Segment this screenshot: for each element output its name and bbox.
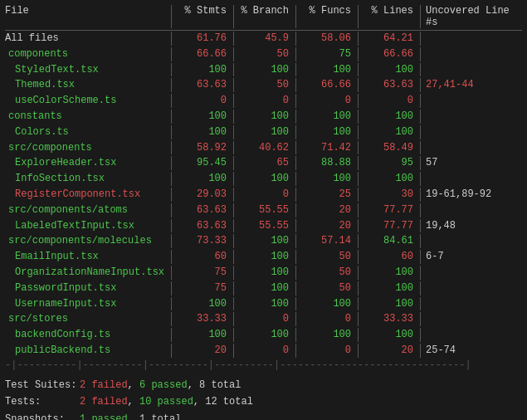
- row-uncovered: 19,48: [420, 219, 522, 233]
- row-funcs: 20: [295, 203, 358, 217]
- row-file: InfoSection.tsx: [5, 172, 171, 186]
- table-row: EmailInput.tsx6010050606-7: [5, 249, 522, 265]
- row-stmts: 63.63: [171, 78, 233, 92]
- row-lines: 100: [358, 266, 420, 280]
- row-branch: 40.62: [233, 141, 295, 155]
- row-lines: 100: [358, 63, 420, 77]
- row-lines: 30: [358, 188, 420, 202]
- table-header: File % Stmts % Branch % Funcs % Lines Un…: [5, 3, 522, 31]
- row-funcs: 100: [295, 297, 358, 311]
- table-row: Themed.tsx63.635066.6663.6327,41-44: [5, 77, 522, 93]
- row-stmts: 100: [171, 172, 233, 186]
- row-branch: 100: [233, 250, 295, 264]
- table-row: All files61.7645.958.0664.21: [5, 31, 522, 46]
- row-stmts: 73.33: [171, 234, 233, 248]
- row-funcs: 50: [295, 281, 358, 295]
- row-lines: 95: [358, 156, 420, 170]
- table-row: constants100100100100: [5, 109, 522, 125]
- table-body: All files61.7645.958.0664.21components66…: [5, 31, 522, 359]
- table-row: src/stores33.330033.33: [5, 311, 522, 327]
- table-row: LabeledTextInput.tsx63.6355.552077.7719,…: [5, 218, 522, 234]
- row-branch: 0: [233, 94, 295, 108]
- table-row: InfoSection.tsx100100100100: [5, 171, 522, 187]
- table-row: backendConfig.ts100100100100: [5, 327, 522, 343]
- row-stmts: 29.03: [171, 188, 233, 202]
- coverage-table: File % Stmts % Branch % Funcs % Lines Un…: [5, 3, 522, 372]
- row-lines: 100: [358, 297, 420, 311]
- row-file: src/components/molecules: [5, 234, 171, 248]
- table-row: components66.66507566.66: [5, 46, 522, 62]
- table-row: OrganizationNameInput.tsx7510050100: [5, 265, 522, 281]
- bottom-separator: -|----------|----------|----------|-----…: [5, 359, 522, 372]
- row-file: EmailInput.tsx: [5, 250, 171, 264]
- row-funcs: 100: [295, 172, 358, 186]
- row-branch: 100: [233, 110, 295, 124]
- table-row: UsernameInput.tsx100100100100: [5, 296, 522, 312]
- row-funcs: 100: [295, 63, 358, 77]
- row-stmts: 75: [171, 266, 233, 280]
- row-lines: 84.61: [358, 234, 420, 248]
- row-branch: 65: [233, 156, 295, 170]
- header-stmts: % Stmts: [171, 5, 233, 28]
- summary-test-suites: Test Suites: 2 failed, 6 passed, 8 total: [5, 377, 522, 393]
- row-file: StyledText.tsx: [5, 63, 171, 77]
- table-row: StyledText.tsx100100100100: [5, 62, 522, 78]
- snapshots-label: Snapshots:: [5, 411, 80, 420]
- row-stmts: 63.63: [171, 219, 233, 233]
- row-file: OrganizationNameInput.tsx: [5, 266, 171, 280]
- row-stmts: 75: [171, 281, 233, 295]
- row-lines: 64.21: [358, 32, 420, 46]
- row-lines: 58.49: [358, 141, 420, 155]
- row-branch: 100: [233, 125, 295, 139]
- row-uncovered: [420, 312, 522, 326]
- row-branch: 55.55: [233, 203, 295, 217]
- row-funcs: 0: [295, 94, 358, 108]
- row-stmts: 100: [171, 125, 233, 139]
- row-file: src/stores: [5, 312, 171, 326]
- table-row: src/components/molecules73.3310057.1484.…: [5, 233, 522, 249]
- table-row: PasswordInput.tsx7510050100: [5, 281, 522, 296]
- row-lines: 100: [358, 110, 420, 124]
- row-stmts: 100: [171, 328, 233, 342]
- table-row: src/components58.9240.6271.4258.49: [5, 140, 522, 156]
- row-lines: 0: [358, 94, 420, 108]
- row-file: LabeledTextInput.tsx: [5, 219, 171, 233]
- table-row: ExploreHeader.tsx95.456588.889557: [5, 155, 522, 171]
- row-uncovered: [420, 266, 522, 280]
- snapshots-value: 1 passed, 1 total: [80, 411, 181, 420]
- header-funcs: % Funcs: [295, 5, 358, 28]
- row-funcs: 75: [295, 47, 358, 61]
- row-branch: 0: [233, 188, 295, 202]
- row-funcs: 100: [295, 125, 358, 139]
- row-funcs: 20: [295, 219, 358, 233]
- row-stmts: 66.66: [171, 47, 233, 61]
- row-uncovered: [420, 234, 522, 248]
- row-uncovered: [420, 328, 522, 342]
- row-lines: 60: [358, 250, 420, 264]
- row-uncovered: 27,41-44: [420, 78, 522, 92]
- row-uncovered: [420, 63, 522, 77]
- row-funcs: 0: [295, 344, 358, 358]
- row-branch: 100: [233, 297, 295, 311]
- row-branch: 55.55: [233, 219, 295, 233]
- row-funcs: 50: [295, 250, 358, 264]
- row-uncovered: [420, 94, 522, 108]
- row-lines: 100: [358, 125, 420, 139]
- row-lines: 20: [358, 344, 420, 358]
- table-row: Colors.ts100100100100: [5, 125, 522, 140]
- row-branch: 100: [233, 328, 295, 342]
- row-branch: 100: [233, 63, 295, 77]
- row-file: src/components: [5, 141, 171, 155]
- header-lines: % Lines: [358, 5, 420, 28]
- row-funcs: 58.06: [295, 32, 358, 46]
- row-funcs: 57.14: [295, 234, 358, 248]
- row-branch: 50: [233, 78, 295, 92]
- row-branch: 100: [233, 172, 295, 186]
- row-stmts: 95.45: [171, 156, 233, 170]
- test-suites-value: 2 failed, 6 passed, 8 total: [80, 377, 241, 393]
- row-uncovered: [420, 281, 522, 295]
- row-stmts: 61.76: [171, 32, 233, 46]
- row-funcs: 88.88: [295, 156, 358, 170]
- row-funcs: 25: [295, 188, 358, 202]
- row-file: Themed.tsx: [5, 78, 171, 92]
